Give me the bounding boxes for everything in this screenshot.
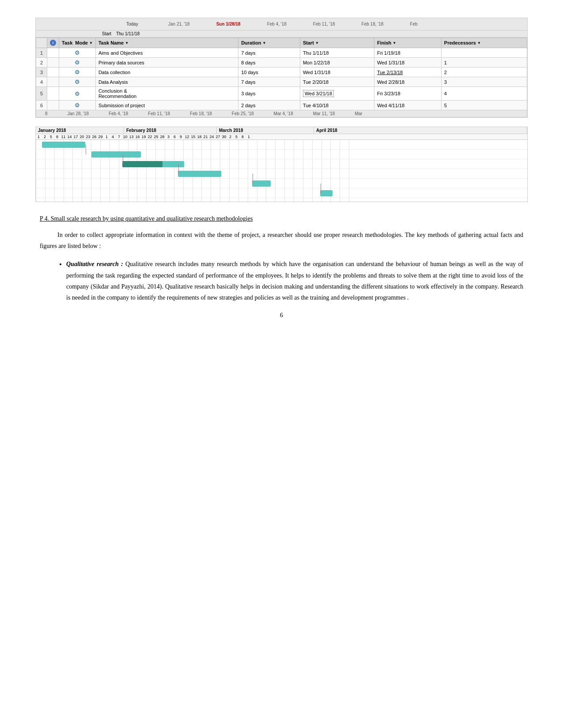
task-predecessors-cell	[441, 48, 527, 58]
page-number: 6	[35, 312, 528, 319]
bullet-1-label: Qualitative research :	[66, 261, 123, 267]
gantt-day-cell: 20	[79, 134, 85, 139]
task-mode-col: ⚙	[59, 68, 96, 77]
gantt-row	[36, 179, 527, 188]
predecessors-dropdown-arrow[interactable]: ▼	[477, 41, 481, 45]
month-apr: April 2018	[314, 127, 527, 134]
gantt-bar	[91, 151, 141, 158]
gantt-day-cell: 30	[221, 134, 227, 139]
mode-dropdown-arrow[interactable]: ▼	[89, 41, 93, 45]
gantt-bar-progress	[122, 161, 162, 167]
gantt-day-cell: 7	[116, 134, 122, 139]
task-start-cell: Thu 1/11/18	[300, 48, 374, 58]
gantt-day-cell: 4	[110, 134, 116, 139]
task-duration-cell: 8 days	[238, 58, 300, 68]
gantt-days-row: 1258111417202326291471013161922252836912…	[36, 134, 527, 140]
month-mar: March 2018	[217, 127, 314, 134]
col-header-mode: Task Mode ▼	[59, 38, 96, 48]
gantt-day-cell: 13	[128, 134, 135, 139]
task-mode-col: ⚙	[59, 101, 96, 110]
task-mode-icon: ⚙	[75, 59, 80, 66]
task-finish-cell: Tue 2/13/18	[374, 68, 441, 77]
gantt-day-cell: 10	[122, 134, 128, 139]
gantt-day-cell: 5	[48, 134, 54, 139]
timeline-date-2: Feb 4, '18	[267, 22, 287, 26]
gantt-row	[36, 140, 527, 150]
gantt-connector	[252, 174, 253, 184]
gantt-day-cell: 23	[85, 134, 91, 139]
timeline-date-5: Feb	[410, 22, 417, 26]
task-mode-icon: ⚙	[75, 69, 80, 75]
start-row: Start Thu 1/11/18	[36, 30, 527, 38]
taskname-dropdown-arrow[interactable]: ▼	[125, 41, 128, 45]
timeline-date-1: Jan 21, '18	[168, 22, 190, 26]
bullet-1-text: Qualitative research includes many resea…	[66, 261, 523, 301]
gantt-row	[36, 169, 527, 179]
task-info-col	[47, 77, 59, 87]
task-name-cell: Primary data sources	[95, 58, 238, 68]
gantt-day-cell: 27	[215, 134, 221, 139]
task-name-cell: Data Analysis	[95, 77, 238, 87]
task-mode-icon: ⚙	[75, 102, 80, 109]
finish-dropdown-arrow[interactable]: ▼	[393, 41, 396, 45]
task-row-num: 1	[36, 48, 47, 58]
gantt-day-cell: 3	[166, 134, 172, 139]
bullet-item-1: Qualitative research : Qualitative resea…	[66, 259, 523, 303]
task-row-num: 4	[36, 77, 47, 87]
task-info-col	[47, 101, 59, 110]
task-row-num: 6	[36, 101, 47, 110]
gantt-day-cell: 9	[178, 134, 184, 139]
month-feb: February 2018	[124, 127, 217, 134]
task-name-cell: Conclusion &Recommendation	[95, 87, 238, 101]
col-header-duration: Duration ▼	[238, 38, 300, 48]
gantt-table-container: Today Jan 21, '18 Sun 1/28/18 Feb 4, '18…	[35, 18, 528, 118]
task-finish-cell: Wed 2/28/18	[374, 77, 441, 87]
gantt-bar	[320, 190, 333, 196]
doc-section: P 4. Small scale research by using quant…	[35, 215, 528, 303]
task-start-cell: Tue 4/10/18	[300, 101, 374, 110]
gantt-day-cell: 15	[190, 134, 196, 139]
gantt-day-cell: 26	[91, 134, 98, 139]
gantt-day-cell: 1	[104, 134, 110, 139]
gantt-day-cell: 5	[234, 134, 240, 139]
btl-marker: 8	[45, 111, 48, 116]
task-info-col	[47, 48, 59, 58]
task-row-num: 3	[36, 68, 47, 77]
timeline-date-4: Feb 18, '18	[362, 22, 384, 26]
task-predecessors-cell: 2	[441, 68, 527, 77]
start-dropdown-arrow[interactable]: ▼	[315, 41, 319, 45]
col-header-num	[36, 38, 47, 48]
task-mode-col: ⚙	[59, 87, 96, 101]
task-name-cell: Submission of project	[95, 101, 238, 110]
bullet-list: Qualitative research : Qualitative resea…	[40, 259, 523, 303]
month-jan: January 2018	[36, 127, 124, 134]
gantt-day-cell: 8	[54, 134, 60, 139]
gantt-day-cell: 16	[135, 134, 141, 139]
gantt-connector	[320, 184, 321, 193]
task-row-num: 2	[36, 58, 47, 68]
task-start-cell: Wed 3/21/18	[300, 87, 374, 101]
gantt-day-cell: 22	[147, 134, 153, 139]
gantt-connector	[85, 145, 86, 154]
gantt-body	[36, 140, 527, 202]
gantt-day-cell: 21	[203, 134, 209, 139]
gantt-day-cell: 2	[42, 134, 48, 139]
duration-dropdown-arrow[interactable]: ▼	[262, 41, 266, 45]
col-header-taskname: Task Name ▼	[95, 38, 238, 48]
task-mode-icon: ⚙	[75, 49, 80, 56]
start-date: Thu 1/11/18	[116, 31, 140, 36]
timeline-header: Today Jan 21, '18 Sun 1/28/18 Feb 4, '18…	[36, 18, 527, 30]
gantt-visual: January 2018 February 2018 March 2018 Ap…	[35, 127, 528, 202]
task-duration-cell: 7 days	[238, 77, 300, 87]
task-finish-cell: Fri 1/19/18	[374, 48, 441, 58]
task-predecessors-cell: 5	[441, 101, 527, 110]
gantt-day-cell: 1	[36, 134, 42, 139]
gantt-day-cell: 11	[60, 134, 67, 139]
gantt-day-cell: 6	[172, 134, 178, 139]
task-predecessors-cell: 1	[441, 58, 527, 68]
task-start-cell: Wed 1/31/18	[300, 68, 374, 77]
section-heading: P 4. Small scale research by using quant…	[40, 215, 523, 222]
task-mode-col: ⚙	[59, 58, 96, 68]
task-row-num: 5	[36, 87, 47, 101]
start-label: Start	[102, 31, 111, 36]
